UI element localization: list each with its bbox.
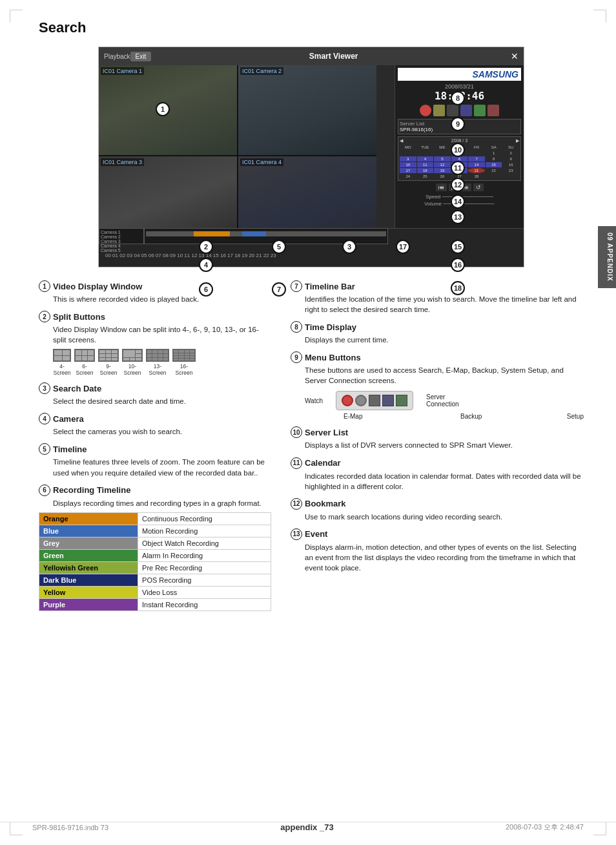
item-2-desc: Video Display Window can be split into 4… <box>39 324 271 345</box>
sv-camera-list: Camera 1 Camera 2 Camera 3 Camera 4 Came… <box>99 228 144 244</box>
item-3-num: 3 <box>39 382 50 394</box>
callout-14: 14 <box>451 194 465 209</box>
cal-cell[interactable]: 18 <box>417 168 434 173</box>
sv-menu-icons <box>398 105 521 116</box>
cal-cell[interactable]: 4 <box>417 156 434 162</box>
item-13-num: 13 <box>291 528 302 540</box>
item-12-title: Bookmark <box>305 499 346 508</box>
sv-exit-button[interactable]: Exit <box>130 52 152 61</box>
cal-cell[interactable]: 25 <box>417 174 434 179</box>
table-row: OrangeContinuous Recording <box>39 512 271 525</box>
table-row: GreenAlarm In Recording <box>39 549 271 561</box>
emap-circle-icon <box>355 395 367 406</box>
watch-icon[interactable] <box>420 105 431 116</box>
emap-icon[interactable] <box>474 105 486 116</box>
cal-cell[interactable] <box>434 151 451 156</box>
cal-cell[interactable] <box>502 174 519 179</box>
cal-cell[interactable]: 9 <box>502 156 519 162</box>
split-btn-6: 6-Screen <box>74 349 95 376</box>
cal-cell[interactable]: 28 <box>468 174 485 179</box>
table-row: Yellowish GreenPre Rec Recording <box>39 561 271 574</box>
item-12-desc: Use to mark search locations during vide… <box>291 512 584 522</box>
cal-day-sa: SA <box>486 145 502 150</box>
item-1-header: 1 Video Display Window <box>39 280 271 292</box>
cal-cell[interactable]: 5 <box>434 156 451 162</box>
menu-icons-container <box>336 391 413 410</box>
menu-right-labels: Server Connection <box>426 393 459 408</box>
refresh-btn[interactable]: ↺ <box>473 183 484 191</box>
cal-day-fr: FR <box>468 145 485 150</box>
item-6-header: 6 Recording Timeline <box>39 485 271 496</box>
connection-icon[interactable] <box>488 105 499 116</box>
footer-left: SPR-9816-9716.indb 73 <box>32 824 108 831</box>
cal-cell[interactable]: 16 <box>502 162 519 167</box>
split-buttons-demo: 4-Screen 6-Screen <box>39 349 271 376</box>
split-icon-13 <box>146 349 169 362</box>
cal-cell[interactable]: 8 <box>486 156 502 162</box>
cal-today[interactable]: 21 <box>468 168 485 173</box>
backup-square-icon <box>382 395 394 406</box>
sv-close-button[interactable]: ✕ <box>511 51 518 61</box>
item-4: 4 Camera Select the cameras you wish to … <box>39 413 271 437</box>
rec-color-cell: Blue <box>39 525 138 537</box>
item-1-num: 1 <box>39 280 50 292</box>
item-1-title: Video Display Window <box>53 282 142 291</box>
split-label-9: 9-Screen <box>100 363 118 376</box>
cal-cell[interactable] <box>417 151 434 156</box>
item-9-header: 9 Menu Buttons <box>291 351 584 363</box>
camera-3-label: IC01 Camera 3 <box>101 158 144 166</box>
cal-cell[interactable]: 26 <box>434 174 451 179</box>
cal-prev-btn[interactable]: ◀ <box>400 138 403 143</box>
camera-grid: IC01 Camera 1 IC01 Camera 2 IC01 Camera … <box>99 65 376 246</box>
rec-color-cell: Green <box>39 549 138 561</box>
callout-10: 10 <box>451 143 465 157</box>
item-5-header: 5 Timeline <box>39 443 271 455</box>
item-8-header: 8 Time Display <box>291 321 584 333</box>
cal-cell[interactable]: 23 <box>502 168 519 173</box>
cal-cell[interactable]: 17 <box>400 168 416 173</box>
cal-cell[interactable]: 19 <box>434 168 451 173</box>
cal-cell[interactable]: 22 <box>486 168 502 173</box>
footer-page-number: appendix _73 <box>280 822 333 832</box>
search-icon[interactable] <box>433 105 445 116</box>
cal-cell[interactable]: 10 <box>400 162 416 167</box>
item-2-header: 2 Split Buttons <box>39 311 271 322</box>
item-6: 6 Recording Timeline Displays recording … <box>39 485 271 611</box>
cal-cell[interactable]: 12 <box>434 162 451 167</box>
play-prev-btn[interactable]: ⏮ <box>436 183 447 191</box>
cal-cell[interactable]: 15 <box>486 162 502 167</box>
footer-right: 2008-07-03 오후 2:48:47 <box>506 822 584 832</box>
callout-8: 8 <box>451 91 465 105</box>
gear-icon[interactable] <box>447 105 458 116</box>
item-10: 10 Server List Displays a list of DVR se… <box>291 426 584 450</box>
cal-cell[interactable] <box>468 151 485 156</box>
item-2-num: 2 <box>39 311 50 322</box>
cal-cell[interactable]: 24 <box>400 174 416 179</box>
callout-13: 13 <box>451 210 465 224</box>
sv-title: Smart Viewer <box>156 52 511 61</box>
item-5: 5 Timeline Timeline features three level… <box>39 443 271 477</box>
cal-cell[interactable]: 7 <box>468 156 485 162</box>
backup-icon[interactable] <box>460 105 472 116</box>
item-12-num: 12 <box>291 498 302 510</box>
rec-color-cell: Purple <box>39 598 138 610</box>
rec-type-cell: Pre Rec Recording <box>138 561 271 574</box>
emap-text: E-Map <box>344 413 362 420</box>
cal-cell[interactable]: 2 <box>502 151 519 156</box>
callout-12: 12 <box>451 178 465 192</box>
cal-cell[interactable]: 14 <box>468 162 485 167</box>
cal-cell[interactable] <box>486 174 502 179</box>
gear-square-icon <box>369 395 380 406</box>
cal-cell[interactable]: 1 <box>486 151 502 156</box>
item-4-desc: Select the cameras you wish to search. <box>39 426 271 437</box>
callout-15: 15 <box>451 240 465 254</box>
cal-next-btn[interactable]: ▶ <box>516 138 519 143</box>
cal-cell[interactable]: 11 <box>417 162 434 167</box>
cal-cell[interactable] <box>400 151 416 156</box>
item-10-header: 10 Server List <box>291 426 584 438</box>
camera-list-item: Camera 1 <box>101 230 142 235</box>
camera-list-item: Camera 2 <box>101 235 142 239</box>
cal-cell[interactable]: 3 <box>400 156 416 162</box>
backup-text: Backup <box>460 413 482 420</box>
right-column: 7 Timeline Bar Identifies the location o… <box>291 280 584 618</box>
